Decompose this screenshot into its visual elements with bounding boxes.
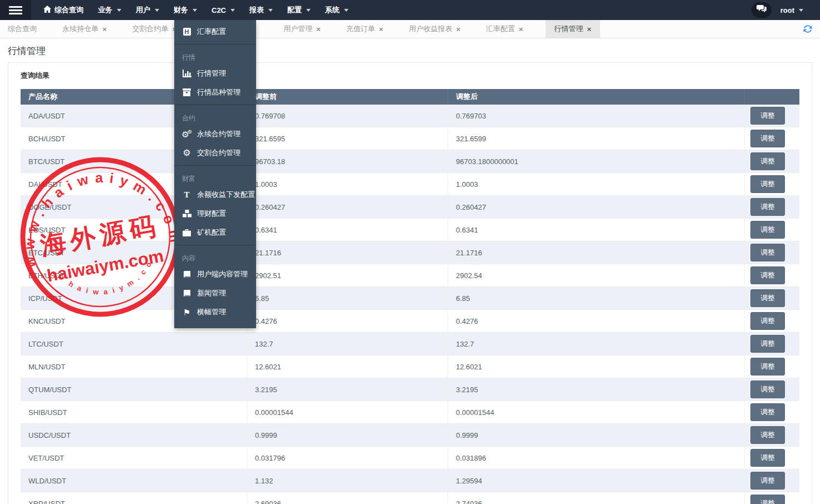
- menu-item-行情管理[interactable]: 行情管理: [174, 64, 256, 83]
- tab-综合查询[interactable]: 综合查询: [4, 20, 40, 38]
- nav-item-label: 综合查询: [55, 5, 84, 15]
- menu-divider: [174, 105, 256, 105]
- adjust-button[interactable]: 调整: [750, 152, 785, 170]
- tab-永续持仓单[interactable]: 永续持仓单×: [59, 20, 110, 38]
- adjust-button[interactable]: 调整: [750, 289, 785, 307]
- caret-down-icon: [193, 9, 197, 12]
- tab-充值订单[interactable]: 充值订单×: [343, 20, 387, 38]
- nav-dropdown-menu: H汇率配置行情行情管理行情品种管理合约⚙⚙永续合约管理⚙交割合约管理财富T余额收…: [174, 20, 256, 328]
- before-value-cell: 1.132: [247, 470, 448, 492]
- sidebar-toggle-button[interactable]: [0, 0, 31, 20]
- menu-section-header: 合约: [174, 108, 256, 125]
- product-name-cell: VET/USDT: [21, 447, 247, 470]
- page-title: 行情管理: [0, 38, 820, 57]
- adjust-button[interactable]: 调整: [750, 266, 785, 284]
- close-icon[interactable]: ×: [379, 26, 384, 33]
- adjust-button[interactable]: 调整: [750, 472, 785, 490]
- tab-label: 充值订单: [346, 24, 375, 34]
- tab-label: 综合查询: [8, 24, 37, 34]
- tab-用户管理[interactable]: 用户管理×: [280, 20, 324, 38]
- adjust-button[interactable]: 调整: [750, 403, 785, 421]
- table-row: LTC/USDT132.7132.7调整: [21, 333, 799, 355]
- before-value-cell: 0.769708: [247, 105, 448, 127]
- tab-行情管理[interactable]: 行情管理×: [546, 20, 601, 38]
- archive-icon: [182, 88, 192, 96]
- menu-section-header: 行情: [174, 47, 256, 64]
- text-height-icon: T: [182, 191, 192, 199]
- close-icon[interactable]: ×: [519, 26, 523, 33]
- menu-item-label: 新闻管理: [197, 288, 226, 298]
- menu-item-矿机配置[interactable]: 矿机配置: [174, 223, 256, 242]
- tab-交割合约单[interactable]: 交割合约单×: [129, 20, 180, 38]
- adjust-button[interactable]: 调整: [750, 175, 785, 193]
- adjust-button[interactable]: 调整: [750, 198, 785, 216]
- after-value-cell: 0.6341: [448, 219, 745, 241]
- table-row: BCH/USDT321.6595321.6599调整: [21, 127, 799, 150]
- nav-item-1[interactable]: 业务: [98, 5, 121, 15]
- nav-item-2[interactable]: 用户: [136, 5, 159, 15]
- table-row: XRP/USDT2.690362.74036调整: [21, 492, 799, 504]
- adjust-button[interactable]: 调整: [750, 107, 785, 125]
- adjust-button[interactable]: 调整: [750, 335, 785, 353]
- menu-item-新闻管理[interactable]: 新闻管理: [174, 284, 256, 303]
- menu-divider: [174, 165, 256, 166]
- caret-down-icon: [230, 9, 235, 12]
- nav-item-7[interactable]: 系统: [325, 5, 348, 15]
- adjust-button[interactable]: 调整: [750, 426, 785, 444]
- menu-item-余额收益下发配置[interactable]: T余额收益下发配置: [174, 185, 256, 204]
- nav-item-3[interactable]: 财务: [174, 5, 197, 15]
- menu-item-汇率配置[interactable]: H汇率配置: [174, 22, 256, 41]
- before-value-cell: 1.0003: [247, 173, 448, 196]
- menu-item-理财配置[interactable]: 理财配置: [174, 204, 256, 223]
- product-name-cell: XRP/USDT: [21, 492, 247, 504]
- close-icon[interactable]: ×: [316, 26, 321, 33]
- messages-button[interactable]: [752, 2, 772, 18]
- book-icon: [182, 271, 192, 278]
- tab-汇率配置[interactable]: 汇率配置×: [483, 20, 527, 38]
- nav-item-c2c[interactable]: C2C: [212, 6, 235, 14]
- product-name-cell: SHIB/USDT: [21, 401, 247, 424]
- menu-item-横幅管理[interactable]: ⚑横幅管理: [174, 303, 256, 322]
- tab-用户收益报表[interactable]: 用户收益报表×: [405, 20, 464, 38]
- menu-item-交割合约管理[interactable]: ⚙交割合约管理: [174, 144, 256, 162]
- nav-item-0[interactable]: 综合查询: [43, 5, 84, 15]
- table-row: ETC/USDT21.171621.1716调整: [21, 241, 799, 264]
- adjust-button[interactable]: 调整: [750, 312, 785, 330]
- briefcase-icon: [182, 229, 192, 236]
- table-row: KNC/USDT0.42760.4276调整: [21, 310, 799, 333]
- menu-item-永续合约管理[interactable]: ⚙⚙永续合约管理: [174, 125, 256, 144]
- adjust-button[interactable]: 调整: [750, 358, 785, 375]
- after-value-cell: 1.29594: [448, 470, 745, 492]
- adjust-button[interactable]: 调整: [750, 381, 785, 398]
- user-menu[interactable]: root: [780, 6, 803, 14]
- menu-item-行情品种管理[interactable]: 行情品种管理: [174, 83, 256, 102]
- nav-item-5[interactable]: 报表: [249, 5, 273, 15]
- adjust-button[interactable]: 调整: [750, 221, 785, 239]
- adjust-button[interactable]: 调整: [750, 495, 785, 504]
- after-value-cell: 96703.1800000001: [448, 150, 745, 173]
- hamburger-icon: [9, 6, 22, 8]
- refresh-button[interactable]: [802, 23, 813, 34]
- menu-item-用户端内容管理[interactable]: 用户端内容管理: [174, 265, 256, 284]
- after-value-cell: 0.260427: [448, 196, 745, 219]
- open-tabs-bar: 综合查询永续持仓单×交割合约单×用户管理×充值订单×用户收益报表×汇率配置×行情…: [0, 20, 820, 38]
- adjust-button[interactable]: 调整: [750, 449, 785, 467]
- menu-section-header: 财富: [174, 169, 256, 185]
- table-row: VET/USDT0.0317960.031896调整: [21, 447, 799, 470]
- tab-label: 永续持仓单: [62, 24, 99, 34]
- tab-label: 用户管理: [283, 24, 312, 34]
- adjust-button[interactable]: 调整: [750, 130, 785, 147]
- close-icon[interactable]: ×: [456, 26, 460, 33]
- after-value-cell: 21.1716: [448, 241, 745, 264]
- menu-item-label: 余额收益下发配置: [197, 190, 255, 200]
- table-header-row: 产品名称调整前调整后: [21, 89, 799, 105]
- table-row: MLN/USDT12.602112.6021调整: [21, 355, 799, 378]
- close-icon[interactable]: ×: [587, 26, 592, 33]
- nav-item-label: 系统: [325, 5, 340, 15]
- nav-item-6[interactable]: 配置: [287, 5, 311, 15]
- close-icon[interactable]: ×: [102, 26, 107, 33]
- nav-item-label: 配置: [287, 5, 302, 15]
- bar-chart-icon: [182, 70, 192, 77]
- adjust-button[interactable]: 调整: [750, 244, 785, 261]
- product-name-cell: USDC/USDT: [21, 424, 247, 447]
